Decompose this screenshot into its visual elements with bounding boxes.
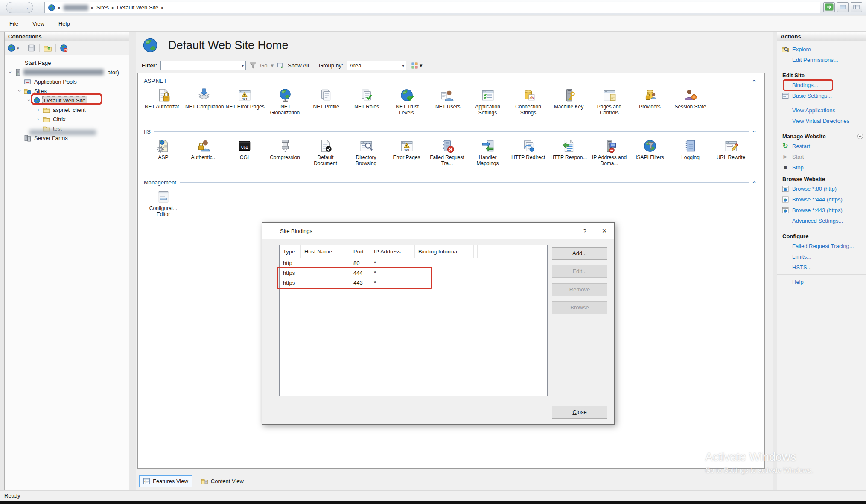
feature-item[interactable]: CGI CGI [224,139,265,174]
connect-to-server-icon[interactable] [7,44,15,52]
feature-item[interactable]: .NET Trust Levels [386,88,427,123]
show-all-button[interactable]: Show All [288,62,309,69]
feature-item[interactable]: HTTP Respon... [548,139,589,174]
feature-item[interactable]: ab Connection Strings [508,88,548,123]
action-link[interactable]: Basic Settings... [777,90,866,101]
feature-item[interactable]: HTTP Redirect [508,139,548,174]
tree-node[interactable]: › Default Web Site [5,96,129,105]
bindings-column-header[interactable]: Port [350,245,370,258]
feature-item[interactable]: Handler Mappings [467,139,508,174]
tree-node[interactable]: › Sites [5,86,129,96]
breadcrumb-item[interactable]: Sites ▸ [96,4,114,11]
collapse-chevron-icon[interactable]: › [751,131,758,133]
feature-item[interactable]: Providers [630,88,670,123]
feature-item[interactable]: Session State [670,88,711,123]
tree-expander-icon[interactable]: › [7,70,13,75]
feature-item[interactable]: .NET Profile [305,88,346,123]
action-link[interactable]: ■ Stop [777,162,866,173]
feature-item[interactable]: ISAPI Filters [630,139,670,174]
menu-item[interactable]: Help [58,20,70,27]
feature-item[interactable]: Pages and Controls [589,88,630,123]
action-link[interactable]: Bindings... [777,80,866,90]
action-link[interactable]: View Virtual Directories [777,116,866,126]
go-dropdown-icon[interactable]: ▾ [271,62,274,69]
feature-item[interactable]: Compression [265,139,305,174]
action-link[interactable]: Explore [777,44,866,55]
save-connections-icon[interactable] [27,44,35,52]
tree-node[interactable]: › ator) [5,67,129,77]
view-style-button[interactable]: ▾ [410,61,424,70]
back-button[interactable]: ← [10,4,16,11]
feature-item[interactable]: IP Address and Doma... [589,139,630,174]
dialog-button[interactable]: Remove [552,283,607,296]
feature-item[interactable]: Application Settings [467,88,508,123]
action-link[interactable]: Browse *:443 (https) [777,205,866,216]
feature-item[interactable]: Default Document [305,139,346,174]
collapse-chevron-icon[interactable]: › [751,181,758,184]
tree-node[interactable]: › Citrix [5,114,129,124]
dialog-help-button[interactable]: ? [575,223,595,239]
dialog-close-icon[interactable]: × [595,223,614,239]
bindings-column-header[interactable]: Type [280,245,301,258]
breadcrumb-item[interactable]: Default Web Site ▸ [117,4,163,11]
disconnect-icon[interactable] [60,44,68,52]
feature-item[interactable]: .NET Roles [346,88,386,123]
forward-button[interactable]: → [23,4,29,11]
feature-item[interactable]: 404 .NET Error Pages [224,88,265,123]
action-link[interactable]: ↻ Restart [777,141,866,151]
view-tab[interactable]: Content View [197,475,248,487]
group-toggle-icon[interactable] [857,133,863,140]
feature-item[interactable]: ASP [143,139,184,174]
breadcrumb[interactable]: ▸ ▸ Sites ▸ Default Web Site ▸ [44,2,820,13]
feature-item[interactable]: 404 Error Pages [386,139,427,174]
tree-expander-icon[interactable]: › [35,107,41,113]
close-button[interactable]: Close [552,406,607,419]
dialog-titlebar[interactable]: Site Bindings ? × [262,223,614,239]
tree-node[interactable]: › aspnet_client [5,105,129,114]
go-button[interactable]: Go [260,62,267,69]
action-link[interactable]: Help [777,277,866,287]
chevron-down-icon[interactable]: ▾ [420,62,423,69]
menu-item[interactable]: File [9,20,18,27]
action-link[interactable]: Failed Request Tracing... [777,241,866,251]
dialog-button[interactable]: Edit... [552,265,607,278]
breadcrumb-item[interactable]: ▸ [64,5,93,11]
feedback-button[interactable] [823,2,835,12]
action-link[interactable]: Advanced Settings... [777,216,866,226]
filter-input[interactable]: ▾ [160,61,246,70]
feature-item[interactable]: Authentic... [184,139,224,174]
feature-item[interactable]: .NET Globalization [265,88,305,123]
bindings-column-header[interactable]: Binding Informa... [415,245,474,258]
chevron-down-icon[interactable]: ▾ [242,64,244,68]
feature-item[interactable]: URL Rewrite [711,139,751,174]
connect-dropdown-icon[interactable]: ▾ [17,46,19,50]
action-link[interactable]: Edit Permissions... [777,55,866,65]
window-view-button[interactable] [837,2,849,12]
feature-item[interactable]: .NET Authorizat... [143,88,184,123]
menu-item[interactable]: View [32,20,44,27]
up-level-icon[interactable] [44,44,52,52]
feature-item[interactable]: .NET Compilation [184,88,224,123]
tree-expander-icon[interactable]: › [26,98,32,103]
feature-item[interactable]: Failed Request Tra... [427,139,467,174]
feature-item[interactable]: .NET Users [427,88,467,123]
action-link[interactable]: HSTS... [777,262,866,273]
action-link[interactable]: Limits... [777,251,866,262]
group-by-select[interactable]: Area ▾ [347,61,406,70]
chevron-down-icon[interactable]: ▾ [402,64,404,68]
action-link[interactable]: Browse *:444 (https) [777,194,866,205]
action-link[interactable]: View Applications [777,105,866,116]
bindings-column-header[interactable]: IP Address [370,245,415,258]
binding-row[interactable]: https 444 * [280,268,547,278]
binding-row[interactable]: http 80 * [280,258,547,268]
collapse-chevron-icon[interactable]: › [751,80,758,82]
tree-expander-icon[interactable]: › [17,88,23,94]
bindings-column-header[interactable]: Host Name [301,245,350,258]
dialog-button[interactable]: Browse [552,301,607,314]
panel-layout-button[interactable] [851,2,862,12]
view-tab[interactable]: Features View [139,475,192,487]
feature-item[interactable]: Logging [670,139,711,174]
bindings-list[interactable]: TypeHost NamePortIP AddressBinding Infor… [279,245,548,396]
action-link[interactable]: ▶ Start [777,151,866,162]
tree-expander-icon[interactable]: › [35,116,41,122]
